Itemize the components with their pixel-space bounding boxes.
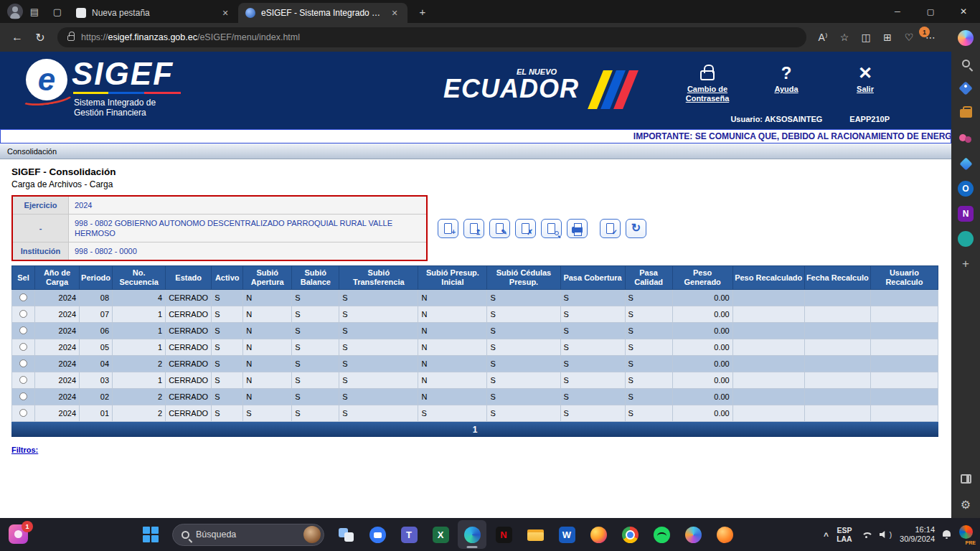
esigef-logo-icon: e xyxy=(26,59,67,100)
edit-document-button[interactable]: ✎ xyxy=(489,219,510,238)
maximize-button[interactable]: ▢ xyxy=(914,0,947,23)
print-button[interactable] xyxy=(567,219,588,238)
column-header: Subió Balance xyxy=(292,266,339,290)
taskbar-search[interactable]: Búsqueda xyxy=(172,524,324,546)
change-password-link[interactable]: Cambio de Contraseña xyxy=(679,62,736,103)
chat-button[interactable] xyxy=(363,520,392,549)
row-select-radio[interactable] xyxy=(19,343,27,351)
app-colored-button[interactable] xyxy=(679,520,707,549)
netflix-button[interactable]: N xyxy=(489,520,518,549)
row-select-radio[interactable] xyxy=(19,359,27,367)
create-document-button[interactable]: + xyxy=(438,219,458,238)
designer-icon[interactable] xyxy=(958,156,974,171)
minimize-button[interactable]: ─ xyxy=(881,0,914,23)
tab-esigef[interactable]: eSIGEF - Sistema Integrado de G ✕ xyxy=(238,3,407,23)
pre-app-icon xyxy=(959,525,973,539)
page-number[interactable]: 1 xyxy=(473,425,478,435)
table-cell: 2 xyxy=(113,356,166,372)
row-select-radio[interactable] xyxy=(19,310,27,318)
tab-actions-icon[interactable]: ▢ xyxy=(46,2,69,21)
collections-icon[interactable]: ⊞ xyxy=(877,26,898,49)
menu-item-consolidacion[interactable]: Consolidación xyxy=(4,147,60,156)
table-cell: S xyxy=(560,389,625,405)
row-select-radio[interactable] xyxy=(19,376,27,384)
games-icon[interactable] xyxy=(958,231,974,247)
back-button[interactable]: ← xyxy=(6,26,29,49)
edge-icon xyxy=(464,527,481,543)
tray-expand-icon[interactable]: ^ xyxy=(824,531,829,541)
sidebar-search-icon[interactable] xyxy=(958,55,974,71)
language-indicator[interactable]: ESP LAA xyxy=(837,526,852,543)
spotify-button[interactable] xyxy=(647,520,676,549)
copilot-icon[interactable] xyxy=(958,30,974,46)
outlook-icon[interactable]: O xyxy=(958,181,974,197)
wifi-icon[interactable] xyxy=(860,530,872,539)
tab-nueva-pestana[interactable]: Nueva pestaña ✕ xyxy=(69,3,238,23)
delete-document-button[interactable]: ✗ xyxy=(515,219,536,238)
people-icon[interactable] xyxy=(958,131,974,146)
firefox-button[interactable] xyxy=(584,520,613,549)
widgets-icon[interactable]: 1 xyxy=(9,524,28,544)
row-select-radio[interactable] xyxy=(19,409,27,417)
row-select-cell xyxy=(12,339,35,356)
volume-control[interactable]: ) xyxy=(880,530,892,539)
row-select-radio[interactable] xyxy=(19,293,27,301)
column-header: Subió Presup. Inicial xyxy=(418,266,487,290)
logout-label: Salir xyxy=(857,85,874,94)
app-orange-button[interactable] xyxy=(710,520,739,549)
table-cell: 01 xyxy=(80,405,113,422)
chrome-button[interactable] xyxy=(616,520,644,549)
table-cell: 1 xyxy=(113,339,166,356)
table-cell xyxy=(870,306,938,323)
profile-avatar[interactable] xyxy=(7,4,23,19)
plus-overlay-icon: + xyxy=(451,229,456,236)
column-header: Subió Apertura xyxy=(243,266,292,290)
table-cell: 03 xyxy=(80,372,113,389)
task-view-button[interactable] xyxy=(331,520,360,549)
process-button[interactable]: ↻ xyxy=(626,219,646,238)
read-aloud-icon[interactable]: A⁾ xyxy=(812,26,834,49)
browser-essentials-icon[interactable]: ♡ xyxy=(898,26,920,49)
filters-link[interactable]: Filtros: xyxy=(11,446,38,454)
row-select-radio[interactable] xyxy=(19,326,27,334)
user-label: Usuario: AKSOSAINTEG xyxy=(730,115,822,123)
table-cell: S xyxy=(560,339,625,356)
start-button[interactable] xyxy=(136,520,165,549)
add-sidebar-app-icon[interactable]: + xyxy=(958,256,974,272)
sidebar-settings-icon[interactable]: ⚙ xyxy=(958,496,974,512)
clock[interactable]: 16:14 30/9/2024 xyxy=(900,525,935,544)
table-cell: 0.00 xyxy=(672,290,732,306)
table-cell xyxy=(804,356,870,372)
approve-document-button[interactable]: ✓ xyxy=(600,219,621,238)
edge-button[interactable] xyxy=(458,520,486,549)
address-bar[interactable]: https://esigef.finanzas.gob.ec/eSIGEF/me… xyxy=(57,27,806,47)
pre-tray-app[interactable]: PRE xyxy=(958,524,974,545)
row-select-cell xyxy=(12,306,35,323)
notifications-bell-icon[interactable] xyxy=(943,530,951,539)
refresh-button[interactable]: ↻ xyxy=(29,26,52,49)
row-select-radio[interactable] xyxy=(19,392,27,400)
help-link[interactable]: ? Ayuda xyxy=(758,62,815,103)
logout-link[interactable]: ✕ Salir xyxy=(837,62,894,103)
spotify-icon xyxy=(654,527,670,543)
word-button[interactable]: W xyxy=(552,520,581,549)
more-menu-icon[interactable]: ⋯ 1 xyxy=(920,26,941,49)
new-tab-button[interactable]: + xyxy=(413,6,432,18)
search-document-button[interactable] xyxy=(541,219,562,238)
windows-taskbar: 1 Búsqueda T X N W ^ ESP LAA ) xyxy=(0,518,980,551)
refresh-icon: ↻ xyxy=(631,222,641,234)
file-explorer-button[interactable] xyxy=(521,520,550,549)
tools-icon[interactable] xyxy=(958,105,974,121)
split-screen-icon[interactable]: ◫ xyxy=(855,26,877,49)
tab-close-icon[interactable]: ✕ xyxy=(220,9,231,18)
upload-document-button[interactable]: ↥ xyxy=(463,219,484,238)
close-button[interactable]: ✕ xyxy=(947,0,980,23)
sidebar-panel-icon[interactable] xyxy=(958,471,974,486)
excel-button[interactable]: X xyxy=(426,520,455,549)
add-favorite-icon[interactable]: ☆ xyxy=(834,26,855,49)
workspaces-icon[interactable]: ▤ xyxy=(23,2,46,21)
onenote-icon[interactable]: N xyxy=(958,206,974,222)
tab-close-icon[interactable]: ✕ xyxy=(389,9,400,18)
teams-button[interactable]: T xyxy=(395,520,423,549)
shopping-icon[interactable] xyxy=(958,80,974,96)
